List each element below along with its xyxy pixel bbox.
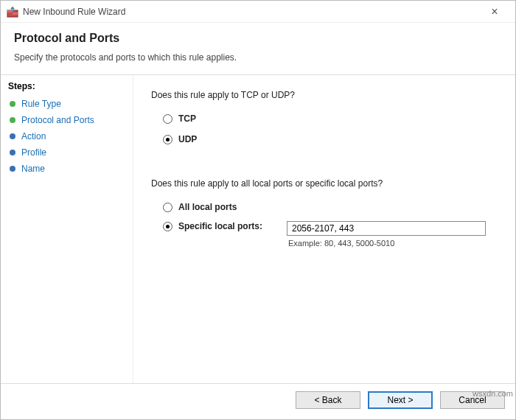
ports-example: Example: 80, 443, 5000-5010 [287, 239, 498, 248]
protocol-tcp-row[interactable]: TCP [151, 112, 498, 125]
firewall-icon [7, 6, 18, 18]
step-bullet-icon [10, 101, 15, 107]
radio-all-ports[interactable] [163, 203, 172, 212]
watermark: wsxdn.com [473, 389, 513, 398]
page-title: Protocol and Ports [14, 32, 502, 45]
step-profile[interactable]: Profile [8, 144, 125, 161]
radio-tcp-label: TCP [178, 113, 196, 124]
svg-point-3 [11, 8, 14, 11]
radio-specific-ports[interactable] [163, 222, 172, 231]
back-button[interactable]: < Back [296, 391, 360, 409]
wizard-header: Protocol and Ports Specify the protocols… [1, 23, 515, 70]
wizard-footer: < Back Next > Cancel [1, 383, 515, 419]
step-rule-type[interactable]: Rule Type [8, 96, 125, 112]
svg-rect-2 [13, 13, 18, 15]
radio-udp[interactable] [163, 135, 172, 144]
steps-sidebar: Steps: Rule Type Protocol and Ports Acti… [1, 75, 133, 383]
question-ports: Does this rule apply to all local ports … [151, 178, 498, 189]
wizard-window: New Inbound Rule Wizard × Protocol and P… [0, 0, 516, 420]
page-subtitle: Specify the protocols and ports to which… [14, 52, 502, 63]
steps-label: Steps: [8, 81, 125, 91]
ports-specific-radio-block[interactable]: Specific local ports: [163, 221, 281, 231]
step-action[interactable]: Action [8, 128, 125, 144]
radio-all-ports-label: All local ports [178, 202, 237, 212]
step-label: Profile [21, 147, 46, 158]
step-bullet-icon [10, 133, 15, 139]
step-label: Protocol and Ports [21, 115, 94, 125]
content-spacer [151, 255, 498, 371]
specific-ports-input[interactable] [287, 221, 486, 236]
gap [151, 153, 498, 168]
question-protocol: Does this rule apply to TCP or UDP? [151, 90, 498, 100]
radio-tcp[interactable] [163, 114, 172, 124]
radio-udp-label: UDP [178, 134, 197, 144]
step-label: Name [21, 164, 45, 174]
ports-all-row[interactable]: All local ports [151, 200, 498, 214]
step-protocol-ports[interactable]: Protocol and Ports [8, 112, 125, 128]
close-icon[interactable]: × [480, 5, 509, 18]
step-bullet-icon [10, 117, 15, 123]
step-name[interactable]: Name [8, 161, 125, 177]
step-bullet-icon [10, 150, 15, 155]
step-bullet-icon [10, 166, 15, 172]
wizard-content: Does this rule apply to TCP or UDP? TCP … [133, 75, 515, 383]
ports-input-block: Example: 80, 443, 5000-5010 [287, 221, 498, 248]
step-label: Action [21, 131, 46, 141]
titlebar: New Inbound Rule Wizard × [1, 1, 515, 23]
ports-specific-row: Specific local ports: Example: 80, 443, … [151, 221, 498, 248]
protocol-udp-row[interactable]: UDP [151, 133, 498, 146]
step-label: Rule Type [21, 99, 61, 109]
window-title: New Inbound Rule Wizard [23, 7, 480, 17]
wizard-body: Steps: Rule Type Protocol and Ports Acti… [1, 75, 515, 383]
next-button[interactable]: Next > [368, 391, 433, 409]
radio-specific-ports-label: Specific local ports: [178, 221, 262, 231]
